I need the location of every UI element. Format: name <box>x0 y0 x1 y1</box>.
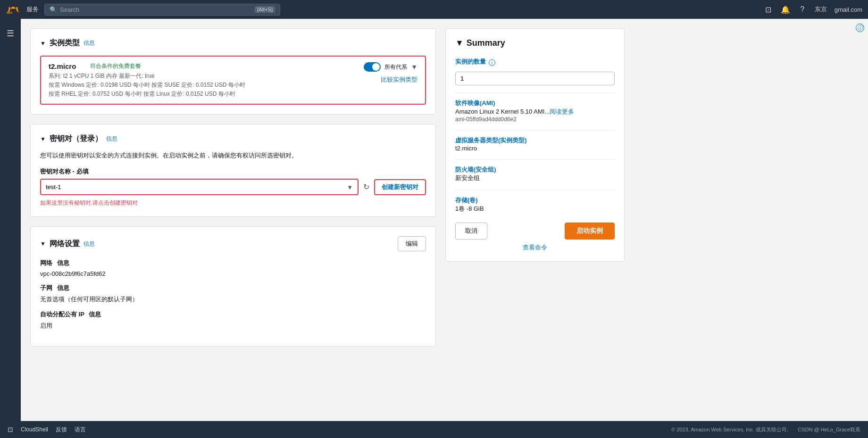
storage-label[interactable]: 存储(卷) <box>455 197 478 204</box>
network-section: ▼ 网络设置 信息 编辑 网络 信息 vpc-008c2b9f6c7a5fd62 <box>30 226 436 347</box>
top-navigation: aws 服务 🔍 [Alt+S] ⊡ 🔔 ? 东京 gmail.com <box>0 0 868 19</box>
network-field: 网络 信息 vpc-008c2b9f6c7a5fd62 <box>40 259 426 277</box>
search-shortcut: [Alt+S] <box>255 6 275 13</box>
instance-name: t2.micro <box>49 62 76 70</box>
instance-pricing-1: 按需 Windows 定价: 0.0198 USD 每小时 按需 SUSE 定价… <box>49 81 245 89</box>
main-panel: ▼ 实例类型 信息 t2.micro 符合条件的免费套餐 系列: t2 1 vC… <box>21 19 445 438</box>
ami-id: ami-05ffd9ad4ddd0d6e2 <box>455 116 615 123</box>
page-info-icon[interactable]: ⓘ <box>856 24 864 32</box>
search-bar[interactable]: 🔍 [Alt+S] <box>44 4 280 16</box>
account-menu[interactable]: gmail.com <box>835 6 862 13</box>
instance-count-label: 实例的数量 <box>455 58 486 66</box>
sidebar: ☰ <box>0 19 21 438</box>
view-command-link[interactable]: 查看命令 <box>455 243 615 252</box>
toggle-label: 所有代系 <box>384 63 407 71</box>
keypair-field-label: 密钥对名称 - 必填 <box>40 167 426 176</box>
storage-value: 1卷 -8 GiB <box>455 205 615 213</box>
network-value: vpc-008c2b9f6c7a5fd62 <box>40 270 426 277</box>
summary-title: ▼ Summary <box>455 38 615 48</box>
auto-ip-label: 自动分配公有 IP 信息 <box>40 310 426 319</box>
network-edit-button[interactable]: 编辑 <box>398 236 426 251</box>
subnet-value: 无首选项（任何可用区的默认子网） <box>40 295 426 304</box>
footer: ⊡ CloudShell 反馈 语言 © 2023, Amazon Web Se… <box>0 421 868 438</box>
network-info-link[interactable]: 信息 <box>83 240 95 248</box>
keypair-chevron[interactable]: ▼ <box>40 136 46 142</box>
auto-ip-value: 启用 <box>40 322 426 330</box>
summary-chevron[interactable]: ▼ <box>455 38 464 48</box>
help-icon[interactable]: ? <box>798 5 807 14</box>
region-selector[interactable]: 东京 <box>815 5 827 14</box>
summary-divider-3 <box>455 159 615 160</box>
ami-value: Amazon Linux 2 Kernel 5.10 AMI...阅读更多 <box>455 107 615 116</box>
compare-link[interactable]: 比较实例类型 <box>381 75 417 84</box>
content-area: ▼ 实例类型 信息 t2.micro 符合条件的免费套餐 系列: t2 1 vC… <box>21 19 868 438</box>
language-link[interactable]: 语言 <box>75 426 86 434</box>
ami-read-more-link[interactable]: 阅读更多 <box>550 108 574 115</box>
summary-storage-field: 存储(卷) 1卷 -8 GiB <box>455 196 615 213</box>
subnet-field: 子网 信息 无首选项（任何可用区的默认子网） <box>40 284 426 304</box>
aws-logo[interactable]: aws <box>6 5 21 14</box>
instance-count-input[interactable] <box>455 72 615 85</box>
bell-icon[interactable]: 🔔 <box>781 5 790 14</box>
ami-label[interactable]: 软件映像(AMI) <box>455 99 495 107</box>
page-wrapper: ☰ ▼ 实例类型 信息 t2.micro 符合条件的免费套餐 <box>0 19 868 438</box>
generation-toggle[interactable] <box>364 62 381 72</box>
terminal-icon[interactable]: ⊡ <box>764 5 773 14</box>
instance-type-chevron[interactable]: ▼ <box>40 40 46 47</box>
dropdown-chevron: ▼ <box>411 63 417 71</box>
services-menu[interactable]: 服务 <box>26 5 39 14</box>
toggle-row: 所有代系 ▼ <box>364 62 417 72</box>
nav-right: ⊡ 🔔 ? 东京 gmail.com <box>764 5 862 14</box>
summary-instance-type-field: 虚拟服务器类型(实例类型) t2.micro <box>455 136 615 152</box>
summary-panel: ▼ Summary 实例的数量 i 软件映像(AMI) Amazon Linux… <box>445 28 625 262</box>
network-section-header: ▼ 网络设置 信息 编辑 <box>40 236 426 251</box>
instance-right: 所有代系 ▼ 比较实例类型 <box>364 62 417 84</box>
network-title-row: ▼ 网络设置 信息 <box>40 239 95 249</box>
keypair-title: 密钥对（登录） <box>50 134 102 144</box>
page-info-icon-area: ⓘ <box>856 24 864 32</box>
subnet-info-link[interactable]: 信息 <box>57 284 69 291</box>
network-title: 网络设置 <box>50 239 80 249</box>
instance-pricing-2: 按需 RHEL 定价: 0.0752 USD 每小时 按需 Linux 定价: … <box>49 90 245 98</box>
free-tier-badge: 符合条件的免费套餐 <box>90 62 141 70</box>
keypair-select-wrapper[interactable]: test-1 ▼ <box>40 179 359 195</box>
refresh-button[interactable]: ↻ <box>363 182 369 191</box>
instance-type-info-link[interactable]: 信息 <box>83 39 95 47</box>
subnet-label: 子网 信息 <box>40 284 426 292</box>
search-input[interactable] <box>60 6 252 13</box>
summary-actions: 取消 启动实例 <box>455 223 615 240</box>
feedback-link[interactable]: 反馈 <box>56 426 67 434</box>
auto-ip-info-link[interactable]: 信息 <box>89 311 101 318</box>
network-sub-info-link[interactable]: 信息 <box>57 259 69 266</box>
keypair-header: ▼ 密钥对（登录） 信息 <box>40 134 426 144</box>
firewall-label[interactable]: 防火墙(安全组) <box>455 166 496 173</box>
cancel-button[interactable]: 取消 <box>455 223 487 240</box>
footer-right-link[interactable]: CSDN @ HeLo_Grace联系 <box>798 426 860 433</box>
instance-details: 系列: t2 1 vCPU 1 GiB 内存 最新一代: true <box>49 72 245 80</box>
keypair-select-row: test-1 ▼ ↻ 创建新密钥对 <box>40 179 426 195</box>
network-label: 网络 信息 <box>40 259 426 267</box>
cloudshell-link[interactable]: CloudShell <box>21 426 48 433</box>
summary-instance-type-label[interactable]: 虚拟服务器类型(实例类型) <box>455 137 527 144</box>
instance-type-box: t2.micro 符合条件的免费套餐 系列: t2 1 vCPU 1 GiB 内… <box>40 56 426 105</box>
keypair-select[interactable]: test-1 <box>41 180 358 194</box>
search-icon: 🔍 <box>50 6 57 13</box>
instance-type-header: ▼ 实例类型 信息 <box>40 38 426 48</box>
create-keypair-button[interactable]: 创建新密钥对 <box>374 179 426 195</box>
summary-firewall-field: 防火墙(安全组) 新安全组 <box>455 165 615 182</box>
firewall-value: 新安全组 <box>455 174 615 182</box>
instance-count-info-icon[interactable]: i <box>489 59 495 66</box>
network-chevron[interactable]: ▼ <box>40 240 46 247</box>
summary-instance-count-field: 实例的数量 i <box>455 58 615 85</box>
sidebar-toggle[interactable]: ☰ <box>3 25 18 42</box>
svg-text:aws: aws <box>7 11 12 14</box>
keypair-info-link[interactable]: 信息 <box>106 135 117 143</box>
summary-ami-field: 软件映像(AMI) Amazon Linux 2 Kernel 5.10 AMI… <box>455 99 615 123</box>
summary-divider-2 <box>455 130 615 131</box>
cloudshell-icon: ⊡ <box>8 426 13 433</box>
auto-ip-field: 自动分配公有 IP 信息 启用 <box>40 310 426 330</box>
launch-button[interactable]: 启动实例 <box>565 223 615 240</box>
keypair-description: 您可以使用密钥对以安全的方式连接到实例。在启动实例之前，请确保您有权访问所选密钥… <box>40 151 426 160</box>
summary-divider-1 <box>455 93 615 93</box>
instance-left: t2.micro 符合条件的免费套餐 系列: t2 1 vCPU 1 GiB 内… <box>49 62 245 98</box>
